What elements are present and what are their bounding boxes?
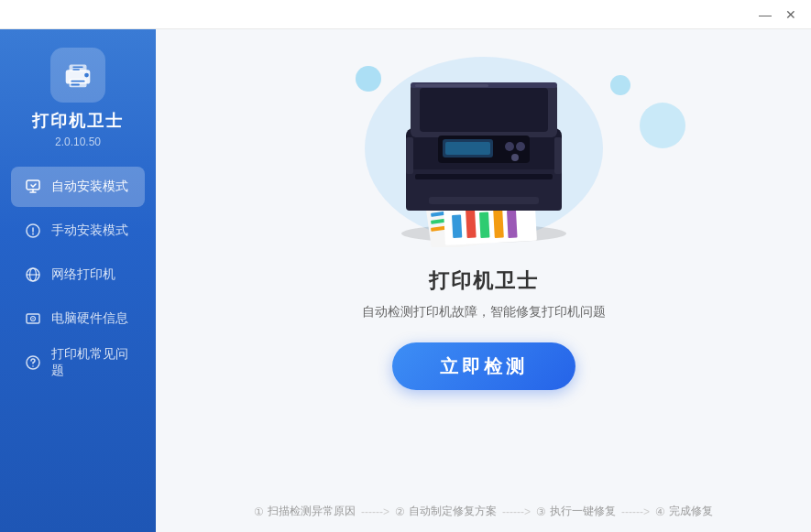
step-3: ③ 执行一键修复	[536, 504, 616, 519]
sidebar-item-network-printer[interactable]: 网络打印机	[11, 255, 145, 295]
manual-install-icon	[24, 222, 42, 240]
step-2: ② 自动制定修复方案	[395, 504, 497, 519]
svg-rect-25	[452, 214, 462, 237]
svg-rect-7	[72, 69, 80, 70]
arrow-2: ------>	[502, 505, 531, 518]
arrow-3: ------>	[621, 505, 650, 518]
close-button[interactable]: ✕	[778, 4, 804, 26]
step-3-label: 执行一键修复	[550, 504, 616, 519]
svg-point-38	[505, 142, 514, 151]
app-version: 2.0.10.50	[55, 136, 101, 148]
sidebar-item-faq[interactable]: 打印机常见问题	[11, 342, 145, 383]
faq-label: 打印机常见问题	[51, 346, 132, 379]
svg-rect-37	[445, 142, 490, 155]
svg-rect-2	[70, 79, 87, 88]
svg-rect-42	[429, 197, 539, 204]
step-3-number: ③	[536, 505, 546, 518]
main-container: 打印机卫士 2.0.10.50 自动安装模式	[0, 29, 811, 532]
svg-point-15	[32, 318, 34, 320]
bg-circle-med-right	[640, 103, 685, 148]
sidebar-item-auto-install[interactable]: 自动安装模式	[11, 167, 145, 207]
minimize-button[interactable]: —	[752, 4, 778, 26]
step-1-number: ①	[254, 505, 264, 518]
hardware-info-label: 电脑硬件信息	[51, 310, 128, 327]
faq-icon	[24, 353, 42, 372]
step-4: ④ 完成修复	[655, 504, 713, 519]
content-title: 打印机卫士	[429, 267, 539, 295]
app-title: 打印机卫士	[32, 110, 124, 132]
svg-point-17	[32, 365, 34, 367]
app-logo	[50, 48, 105, 103]
step-1: ① 扫描检测异常原因	[254, 504, 356, 519]
svg-point-5	[84, 73, 89, 78]
svg-rect-45	[415, 84, 488, 87]
network-printer-label: 网络打印机	[51, 266, 115, 283]
bottom-steps: ① 扫描检测异常原因 ------> ② 自动制定修复方案 ------> ③ …	[156, 504, 811, 519]
sidebar-menu: 自动安装模式 手动安装模式	[0, 167, 156, 383]
sidebar-item-hardware-info[interactable]: 电脑硬件信息	[11, 299, 145, 339]
svg-rect-3	[71, 81, 84, 82]
svg-rect-43	[406, 137, 413, 174]
bg-circle-small-right	[610, 75, 630, 95]
detect-button[interactable]: 立即检测	[392, 342, 575, 390]
svg-point-39	[516, 142, 525, 151]
printer-image-area	[156, 48, 811, 258]
arrow-1: ------>	[361, 505, 389, 518]
svg-rect-8	[27, 180, 39, 190]
svg-point-40	[511, 154, 519, 161]
svg-rect-4	[71, 84, 80, 86]
step-4-number: ④	[655, 505, 665, 518]
svg-rect-26	[466, 208, 477, 237]
auto-install-icon	[24, 178, 42, 196]
svg-rect-6	[72, 67, 82, 68]
svg-rect-27	[479, 212, 489, 237]
title-bar: — ✕	[0, 0, 811, 29]
printer-illustration	[356, 55, 612, 251]
hardware-info-icon	[24, 309, 42, 328]
svg-rect-32	[420, 88, 548, 132]
network-printer-icon	[24, 266, 42, 284]
svg-rect-41	[415, 174, 553, 179]
step-1-label: 扫描检测异常原因	[268, 504, 356, 519]
svg-rect-44	[554, 137, 562, 174]
sidebar-item-manual-install[interactable]: 手动安装模式	[11, 211, 145, 251]
manual-install-label: 手动安装模式	[51, 223, 128, 239]
content-area: 打印机卫士 自动检测打印机故障，智能修复打印机问题 立即检测 ① 扫描检测异常原…	[156, 29, 811, 532]
step-2-label: 自动制定修复方案	[409, 504, 497, 519]
svg-rect-29	[507, 210, 518, 237]
svg-rect-1	[70, 65, 87, 72]
content-subtitle: 自动检测打印机故障，智能修复打印机问题	[362, 304, 606, 320]
step-4-label: 完成修复	[669, 504, 713, 519]
sidebar: 打印机卫士 2.0.10.50 自动安装模式	[0, 29, 156, 532]
step-2-number: ②	[395, 505, 405, 518]
auto-install-label: 自动安装模式	[51, 179, 128, 195]
